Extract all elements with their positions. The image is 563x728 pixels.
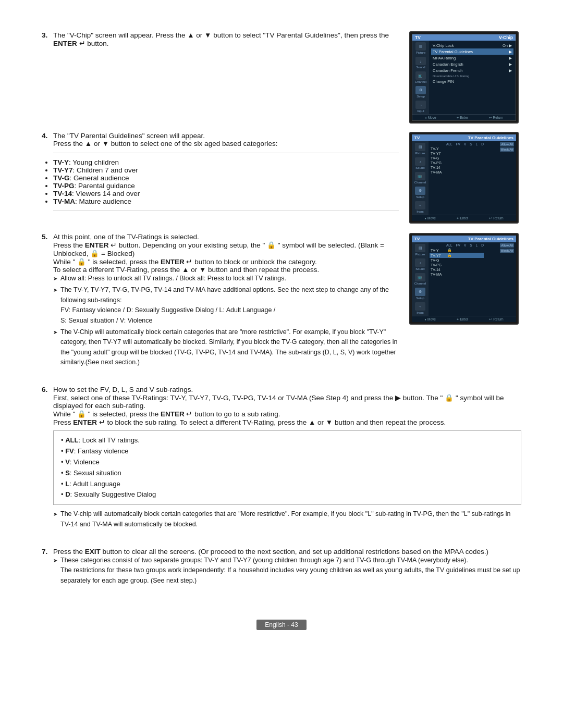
pg1-footer: ⬧ Move ↵Enter ↩ Return xyxy=(412,215,516,221)
step-3-number: 3. xyxy=(42,31,53,47)
tv-sidebar: ▤ Picture ♪ Sound 📺 Channel xyxy=(412,41,429,114)
step-5-number: 5. xyxy=(42,233,53,369)
step-6-number: 6. xyxy=(42,386,53,531)
pg1-tv-label: TV xyxy=(414,135,420,140)
arrow-item-1: Allow all: Press to unlock all TV rating… xyxy=(53,274,399,283)
channel-icon: 📺 xyxy=(415,71,426,80)
input-icon: → xyxy=(415,101,426,109)
sound-icon: ♪ xyxy=(415,57,426,65)
pg1-sidebar: ▤ Picture ♪ Sound 📺 Channel xyxy=(412,141,429,215)
pg2-footer: ⬧ Move ↵Enter ↩ Return xyxy=(412,316,516,322)
vchip-screenshot: TV V-Chip ▤ Picture ♪ Sound xyxy=(409,31,519,124)
pg2-sound-icon: ♪ xyxy=(415,258,425,267)
pg1-setup-icon: ⚙ xyxy=(415,187,425,195)
picture-icon: ▤ xyxy=(415,42,426,51)
page-footer: English - 43 xyxy=(42,620,521,630)
pg2-input-icon: → xyxy=(415,302,425,311)
step-7-text: Press the EXIT button to clear all the s… xyxy=(53,548,521,587)
step-6-text: How to set the FV, D, L, S and V sub-rat… xyxy=(53,386,521,531)
step-7-number: 7. xyxy=(42,548,53,587)
pg2-picture-icon: ▤ xyxy=(415,244,425,252)
pg-screenshot-1: TV TV Parental Guidelines ▤ Picture ♪ So… xyxy=(409,132,519,224)
pg1-main: ALLFVVSLD TV-Y TV-Y7 TV-G TV-PG TV-14 TV… xyxy=(429,141,516,215)
pg1-picture-icon: ▤ xyxy=(415,143,425,151)
pg1-channel-icon: 📺 xyxy=(415,172,425,180)
pg2-title: TV Parental Guidelines xyxy=(468,237,513,241)
pg1-sound-icon: ♪ xyxy=(415,157,425,166)
step-7-arrow-1: These categories consist of two separate… xyxy=(53,556,521,586)
page-number: English - 43 xyxy=(256,620,306,630)
pg2-setup-icon: ⚙ xyxy=(415,288,425,296)
tv-menu: V-Chip LockOn ▶ TV Parental Guidelines▶ … xyxy=(429,41,516,114)
pg2-sidebar: ▤ Picture ♪ Sound 📺 Channel xyxy=(412,242,429,316)
step-3-text: The "V-Chip" screen will appear. Press t… xyxy=(53,31,399,47)
arrow-item-3: The V-Chip will automatically block cert… xyxy=(53,327,399,368)
step-6-arrow-1: The V-chip will automatically block cert… xyxy=(53,509,521,529)
pg1-title: TV Parental Guidelines xyxy=(468,135,513,140)
pg2-tv-label: TV xyxy=(414,237,420,241)
pg2-channel-icon: 📺 xyxy=(415,273,425,281)
pg1-input-icon: → xyxy=(415,201,425,209)
pg2-main: ALLFVVSLD TV-Y 🔒 TV-Y7 🔒 xyxy=(429,242,516,316)
vchip-title: V-Chip xyxy=(499,35,513,40)
step-5-text: At this point, one of the TV-Ratings is … xyxy=(53,233,399,369)
pg-screenshot-2: TV TV Parental Guidelines ▤ Picture ♪ So… xyxy=(409,233,519,325)
arrow-item-2: The TV-Y, TV-Y7, TV-G, TV-PG, TV-14 and … xyxy=(53,285,399,326)
setup-icon: ⚙ xyxy=(415,86,426,94)
tv-label: TV xyxy=(415,35,421,40)
tv-footer: ⬧ Move ↵Enter ↩ Return xyxy=(412,114,516,120)
step-4-text: The "TV Parental Guidelines" screen will… xyxy=(53,132,399,216)
bullet-box-ratings: ALL: Lock all TV ratings. FV: Fantasy vi… xyxy=(53,430,521,505)
